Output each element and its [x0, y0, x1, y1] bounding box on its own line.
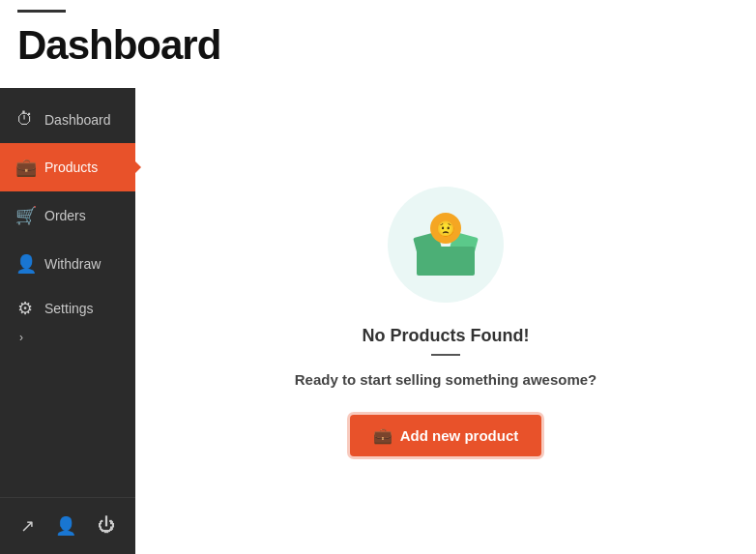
sidebar-bottom: ↗ 👤 ⏻: [0, 497, 135, 554]
products-icon: 💼: [15, 157, 35, 178]
page-title: Dashboard: [17, 22, 739, 69]
dashboard-icon: ⏱: [15, 109, 35, 130]
box-bottom: [417, 247, 475, 276]
empty-illustration: 😟: [388, 187, 504, 303]
sidebar-item-withdraw[interactable]: 👤 Withdraw: [0, 240, 135, 288]
sidebar-item-settings[interactable]: ⚙ Settings ›: [0, 288, 135, 354]
box-icon: 😟: [412, 213, 480, 276]
add-product-label: Add new product: [400, 427, 519, 444]
empty-title: No Products Found!: [363, 326, 530, 346]
main-layout: ⏱ Dashboard 💼 Products 🛒 Orders 👤 Withdr…: [0, 88, 756, 554]
power-icon[interactable]: ⏻: [94, 511, 119, 540]
sidebar-label-dashboard: Dashboard: [44, 112, 111, 128]
empty-subtitle: Ready to start selling something awesome…: [295, 371, 597, 388]
sidebar-label-products: Products: [44, 160, 98, 175]
sidebar-label-orders: Orders: [44, 208, 86, 223]
orders-icon: 🛒: [15, 205, 35, 226]
divider-line: [431, 354, 460, 356]
settings-icon: ⚙: [15, 298, 35, 319]
sidebar-label-withdraw: Withdraw: [44, 256, 101, 272]
sidebar-item-dashboard[interactable]: ⏱ Dashboard: [0, 96, 135, 143]
header: Dashboard: [0, 13, 756, 88]
sidebar-item-orders[interactable]: 🛒 Orders: [0, 191, 135, 240]
sidebar-item-products[interactable]: 💼 Products: [0, 143, 135, 191]
external-link-icon[interactable]: ↗: [16, 511, 39, 540]
sad-face-icon: 😟: [430, 213, 461, 244]
sidebar: ⏱ Dashboard 💼 Products 🛒 Orders 👤 Withdr…: [0, 88, 135, 554]
add-product-button[interactable]: 💼 Add new product: [350, 415, 542, 456]
briefcase-icon: 💼: [373, 426, 393, 445]
settings-arrow-icon: ›: [19, 331, 23, 344]
user-icon[interactable]: 👤: [51, 511, 80, 540]
withdraw-icon: 👤: [15, 253, 35, 275]
sidebar-label-settings: Settings: [44, 301, 94, 316]
content-area: 😟 No Products Found! Ready to start sell…: [135, 88, 756, 554]
